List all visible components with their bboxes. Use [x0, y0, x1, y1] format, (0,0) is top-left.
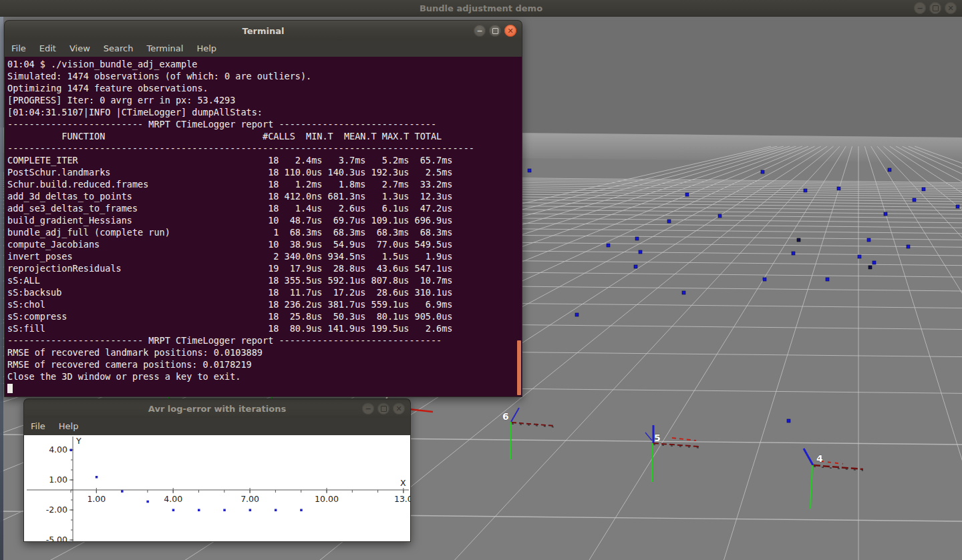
main-window-titlebar[interactable]: Bundle adjustment demo − ✕ — [0, 0, 962, 17]
landmark-point — [639, 250, 642, 254]
landmark-point-dark — [868, 266, 872, 269]
plot-menu-help[interactable]: Help — [52, 418, 86, 435]
terminal-scrollbar-thumb[interactable] — [517, 340, 521, 395]
landmark-point — [922, 188, 925, 191]
data-point — [223, 509, 226, 512]
terminal-output: 01:04 $ ./vision_bundle_adj_example Simu… — [5, 57, 522, 396]
data-point — [198, 509, 200, 512]
svg-text:Y: Y — [75, 436, 82, 446]
camera-label-4: 4 — [816, 453, 823, 464]
landmark-point — [826, 278, 829, 281]
landmark-point — [682, 291, 685, 294]
y-tick-label: 4.00 — [49, 445, 67, 455]
plot-close-button[interactable]: ✕ — [393, 402, 405, 414]
desktop: 7654 Bundle adjustment demo − ✕ Terminal… — [0, 0, 962, 560]
data-point — [70, 449, 73, 452]
terminal-menu-view[interactable]: View — [63, 41, 97, 57]
plot-title: Avr log-error with iterations — [148, 404, 286, 414]
terminal-minimize-button[interactable]: − — [474, 25, 486, 37]
landmark-point — [667, 220, 671, 223]
landmark-point — [872, 261, 876, 264]
data-point — [249, 509, 252, 512]
landmark-point — [956, 205, 959, 208]
landmark-point — [607, 244, 610, 247]
y-tick-label: 1.00 — [49, 475, 67, 485]
terminal-window: Terminal − ✕ FileEditViewSearchTerminalH… — [4, 20, 522, 397]
data-point — [96, 476, 98, 479]
landmark-point — [888, 168, 891, 172]
plot-menubar: FileHelp — [23, 418, 411, 435]
y-tick-label: -5.00 — [46, 535, 67, 542]
x-tick-label: 10.00 — [315, 494, 339, 504]
landmark-point — [907, 245, 910, 248]
data-point — [121, 490, 124, 493]
main-close-button[interactable]: ✕ — [945, 2, 957, 14]
x-tick-label: 7.00 — [240, 494, 259, 504]
terminal-cursor — [7, 384, 13, 393]
data-point — [146, 501, 149, 503]
landmark-point — [787, 419, 790, 423]
terminal-menubar: FileEditViewSearchTerminalHelp — [4, 41, 522, 57]
terminal-menu-file[interactable]: File — [5, 41, 33, 57]
terminal-menu-search[interactable]: Search — [97, 41, 140, 57]
data-point — [300, 509, 303, 512]
y-tick-label: -2.00 — [46, 505, 67, 515]
terminal-close-button[interactable]: ✕ — [504, 25, 516, 37]
landmark-point — [763, 278, 766, 281]
landmark-point — [858, 255, 861, 258]
landmark-point — [685, 193, 689, 196]
plot-canvas: YX1.004.007.0010.0013.04.001.00-2.00-5.0… — [23, 435, 411, 542]
camera-label-5: 5 — [654, 433, 661, 443]
landmark-point — [761, 170, 764, 174]
plot-titlebar[interactable]: Avr log-error with iterations − ✕ — [23, 398, 411, 418]
landmark-point — [635, 237, 639, 240]
x-tick-label: 1.00 — [87, 494, 106, 504]
landmark-point — [837, 187, 840, 190]
terminal-menu-terminal[interactable]: Terminal — [140, 41, 190, 57]
svg-text:X: X — [400, 478, 406, 488]
plot-minimize-button[interactable]: − — [362, 402, 374, 414]
landmark-point — [528, 169, 531, 172]
main-minimize-button[interactable]: − — [914, 2, 926, 14]
main-maximize-button[interactable] — [929, 2, 941, 14]
terminal-menu-edit[interactable]: Edit — [33, 41, 63, 57]
landmark-point — [575, 313, 579, 316]
landmark-point — [718, 214, 722, 218]
landmark-point — [634, 265, 637, 268]
landmark-point — [792, 252, 795, 255]
landmark-point — [913, 198, 916, 202]
x-tick-label: 4.00 — [164, 494, 182, 504]
terminal-title: Terminal — [243, 26, 285, 36]
plot-menu-file[interactable]: File — [24, 418, 52, 435]
landmark-point — [884, 212, 887, 216]
landmark-point — [804, 189, 807, 192]
landmark-point — [867, 238, 870, 242]
plot-window: Avr log-error with iterations − ✕ FileHe… — [23, 398, 411, 542]
main-window-title: Bundle adjustment demo — [420, 3, 542, 13]
data-point — [275, 509, 277, 512]
x-tick-label: 13.0 — [394, 494, 411, 504]
terminal-maximize-button[interactable] — [489, 25, 501, 37]
terminal-menu-help[interactable]: Help — [190, 41, 223, 57]
terminal-body[interactable]: 01:04 $ ./vision_bundle_adj_example Simu… — [4, 57, 522, 397]
landmark-point-dark — [797, 238, 800, 242]
camera-label-6: 6 — [502, 411, 509, 422]
terminal-titlebar[interactable]: Terminal − ✕ — [4, 20, 522, 41]
data-point — [172, 509, 175, 512]
plot-maximize-button[interactable] — [377, 402, 389, 414]
